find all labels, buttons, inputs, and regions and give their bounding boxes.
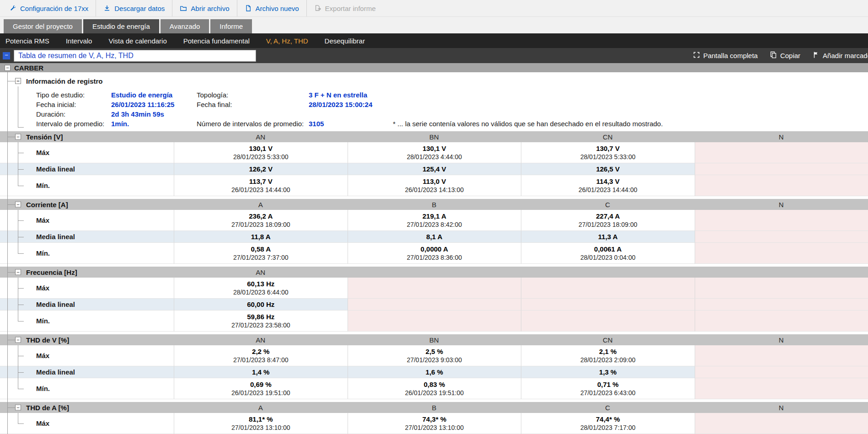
table-row: Media lineal60,00 Hz xyxy=(0,299,868,311)
section-header[interactable]: −THD de A [%]ABCN xyxy=(0,402,868,413)
row-label: Media lineal xyxy=(36,300,75,308)
info-section-title: Información de registro xyxy=(26,77,103,85)
subtab-v-a-hz-thd[interactable]: V, A, Hz, THD xyxy=(266,37,308,45)
info-field-value: Estudio de energía xyxy=(111,91,172,99)
value-cell: 130,1 V28/01/2023 5:33:00 xyxy=(174,142,348,163)
toolbar-item-config[interactable]: Configuración de 17xx xyxy=(2,0,96,16)
action-copy[interactable]: Copiar xyxy=(770,51,800,60)
export-icon xyxy=(314,5,321,12)
cell-value: 0,0000 A xyxy=(421,245,448,253)
cell-value: 130,1 V xyxy=(249,144,273,153)
info-field-label: Topología: xyxy=(197,91,228,99)
collapse-view-icon[interactable]: − xyxy=(3,52,10,59)
table-row: Máx2,2 %27/01/2023 8:47:002,5 %27/01/202… xyxy=(0,345,868,366)
collapse-device-icon[interactable]: − xyxy=(5,65,11,71)
tab-estudio[interactable]: Estudio de energía xyxy=(83,19,159,33)
cell-value: 2,1 % xyxy=(599,347,616,356)
value-cell: 130,7 V28/01/2023 5:33:00 xyxy=(521,142,695,163)
value-cell: 59,86 Hz27/01/2023 23:58:00 xyxy=(174,311,348,332)
section-frecuencia: −Frecuencia [Hz]ANMáx60,13 Hz28/01/2023 … xyxy=(0,267,868,332)
info-section-header[interactable]: − Información de registro xyxy=(0,75,868,86)
tree-line xyxy=(18,413,18,423)
collapse-section-icon[interactable]: − xyxy=(15,202,21,208)
collapse-section-icon[interactable]: − xyxy=(15,337,21,343)
value-cell: 130,1 V28/01/2023 4:44:00 xyxy=(348,142,521,163)
action-fullscreen[interactable]: Pantalla completa xyxy=(693,51,758,60)
info-field-label: Intervalo de promedio: xyxy=(36,120,104,128)
cell-value: 126,5 V xyxy=(596,165,620,173)
section-header[interactable]: −Tensión [V]ANBNCNN xyxy=(0,131,868,142)
value-cell: 8,1 A xyxy=(348,231,521,243)
tree-line xyxy=(18,278,18,321)
value-cell: 60,13 Hz28/01/2023 6:44:00 xyxy=(174,278,348,299)
value-cell xyxy=(521,299,695,311)
value-cell: 11,8 A xyxy=(174,231,348,243)
subtab-vista-calendario[interactable]: Vista de calendario xyxy=(108,37,166,45)
value-cell: 126,5 V xyxy=(521,163,695,175)
section-header[interactable]: −THD de V [%]ANBNCNN xyxy=(0,334,868,345)
value-cell xyxy=(695,231,868,243)
info-line: Intervalo de promedio:1mín.Número de int… xyxy=(0,119,868,129)
section-header[interactable]: −Frecuencia [Hz]AN xyxy=(0,267,868,278)
value-cell xyxy=(695,345,868,366)
content: − CARBER − Información de registro Tipo … xyxy=(0,63,868,434)
view-title-input[interactable]: Tabla de resumen de V, A, Hz, THD xyxy=(14,50,256,62)
toolbar: Configuración de 17xxDescargar datosAbri… xyxy=(0,0,868,17)
collapse-section-icon[interactable]: − xyxy=(15,134,21,140)
value-cell: 113,7 V26/01/2023 14:44:00 xyxy=(174,175,348,196)
table-row: Mín.0,58 A27/01/2023 7:37:000,0000 A27/0… xyxy=(0,243,868,264)
value-cell xyxy=(695,163,868,175)
value-cell: 236,2 A27/01/2023 18:09:00 xyxy=(174,210,348,231)
value-cell xyxy=(348,311,521,332)
collapse-section-icon[interactable]: − xyxy=(15,405,21,411)
tab-informe[interactable]: Informe xyxy=(210,19,252,33)
toolbar-item-export: Exportar informe xyxy=(306,0,383,16)
value-cell: 219,1 A27/01/2023 8:42:00 xyxy=(348,210,521,231)
value-cell xyxy=(348,299,521,311)
column-header xyxy=(521,267,695,278)
collapse-info-icon[interactable]: − xyxy=(15,78,21,84)
column-header: AN xyxy=(174,131,348,142)
info-field-label: Número de intervalos de promedio: xyxy=(197,120,304,128)
subtab-potencia-fundamental[interactable]: Potencia fundamental xyxy=(183,37,250,45)
subtab-intervalo[interactable]: Intervalo xyxy=(66,37,92,45)
value-cell: 11,3 A xyxy=(521,231,695,243)
section-header[interactable]: −Corriente [A]ABCN xyxy=(0,199,868,210)
cell-value: 0,0061 A xyxy=(594,245,622,253)
toolbar-item-new[interactable]: Archivo nuevo xyxy=(237,0,306,16)
value-cell xyxy=(695,243,868,264)
tab-gestor[interactable]: Gestor del proyecto xyxy=(4,19,82,33)
section-corriente: −Corriente [A]ABCNMáx236,2 A27/01/2023 1… xyxy=(0,199,868,264)
column-header: B xyxy=(348,402,521,413)
cell-time: 26/01/2023 14:44:00 xyxy=(579,186,637,194)
action-label: Añadir marcador xyxy=(823,52,868,59)
cell-value: 113,0 V xyxy=(423,177,446,186)
value-cell: 126,2 V xyxy=(174,163,348,175)
row-label: Mín. xyxy=(36,317,50,325)
action-add-marker[interactable]: Añadir marcador xyxy=(812,51,868,60)
value-cell: 1,3 % xyxy=(521,366,695,378)
column-header: CN xyxy=(521,334,695,345)
tab-avanzado[interactable]: Avanzado xyxy=(161,19,209,33)
info-field-value: 3105 xyxy=(309,120,324,128)
toolbar-item-download[interactable]: Descargar datos xyxy=(96,0,172,16)
device-header[interactable]: − CARBER xyxy=(0,63,868,73)
toolbar-item-open[interactable]: Abrir archivo xyxy=(172,0,236,16)
value-cell xyxy=(695,210,868,231)
value-cell xyxy=(521,311,695,332)
cell-time: 27/01/2023 13:10:00 xyxy=(231,423,290,432)
row-label-cell: Media lineal xyxy=(0,163,174,175)
cell-value: 1,4 % xyxy=(252,368,269,376)
value-cell: 227,4 A27/01/2023 18:09:00 xyxy=(521,210,695,231)
row-label-cell: Media lineal xyxy=(0,231,174,243)
subtab-potencia-rms[interactable]: Potencia RMS xyxy=(5,37,49,45)
cell-value: 0,69 % xyxy=(250,380,272,389)
toolbar-item-label: Exportar informe xyxy=(325,5,376,12)
value-cell xyxy=(695,311,868,332)
subtab-desequilibrar[interactable]: Desequilibrar xyxy=(325,37,365,45)
collapse-section-icon[interactable]: − xyxy=(15,269,21,275)
info-field-label: Duración: xyxy=(36,110,65,118)
cell-time: 27/01/2023 18:09:00 xyxy=(579,220,637,229)
row-label: Mín. xyxy=(36,249,50,257)
row-label-cell: Media lineal xyxy=(0,299,174,311)
